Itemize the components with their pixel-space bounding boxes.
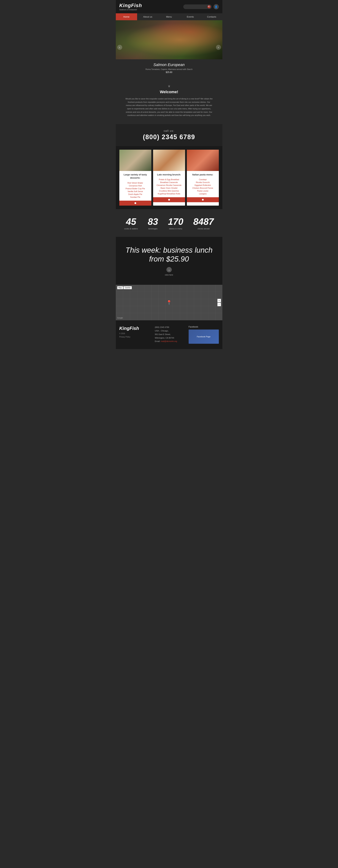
footer-logo-area: KingFish © 2016 Privacy Policy [119, 326, 151, 344]
week-click-button[interactable]: ⌄ [166, 267, 172, 272]
pasta-item-1[interactable]: Cavatapi [199, 179, 207, 181]
stats-section: 45 cooks & waiters 83 beverages 170 dish… [116, 209, 222, 237]
card-desserts: Large variety of tasty desserts: Red Vel… [119, 150, 151, 206]
logo-tagline: Seafood LA restaurant [119, 9, 142, 11]
card-footer-desserts [119, 200, 151, 206]
dessert-item-3[interactable]: Peanut Butter Cup Pie [126, 187, 145, 190]
pasta-item-3[interactable]: Eggplant Rollentini [195, 184, 211, 186]
card-title-brunch: Late morning brunch: [155, 173, 183, 176]
stat-cooks: 45 cooks & waiters [124, 216, 138, 230]
card-footer-brunch [153, 197, 185, 202]
card-content-brunch: Late morning brunch: Potato & Egg Breakf… [153, 171, 185, 197]
map-section: 📍 Map Satelite Google + − [116, 285, 222, 320]
header-right: 🔍 👤 [183, 4, 219, 9]
footer-facebook-label: Facebook: [189, 326, 219, 328]
brunch-item-4[interactable]: Basic Oven Omelet [160, 187, 178, 189]
stat-number-cooks: 45 [124, 216, 138, 227]
nav-contacts[interactable]: Contacts [201, 13, 222, 20]
logo-title: KingFish [119, 3, 142, 8]
dish-description: Roma Tomatoes, Capers, Marinara served w… [119, 68, 219, 70]
call-label: call us: [119, 129, 219, 132]
facebook-image-placeholder: Facebook Page [189, 330, 219, 344]
welcome-text: Would you like to savor the exquisite cu… [125, 97, 214, 117]
footer: KingFish © 2016 Privacy Policy (800) 234… [116, 320, 222, 349]
footer-email: Email: mail@demoink.org [155, 340, 185, 343]
nav-about[interactable]: About us [137, 13, 158, 20]
crown-icon: ♛ [125, 85, 214, 88]
card-image-pasta [187, 150, 219, 171]
search-button[interactable]: 🔍 [208, 5, 211, 8]
card-dot-pasta [202, 199, 204, 200]
footer-copyright: © 2016 [119, 333, 151, 335]
card-list-pasta: Cavatapi Ricotta Gnocchi Eggplant Rollen… [189, 178, 217, 195]
dessert-item-5[interactable]: Dutch Apple Pie [128, 193, 142, 195]
footer-privacy-link[interactable]: Privacy Policy [119, 336, 151, 338]
zoom-in-button[interactable]: + [217, 299, 221, 302]
stat-label-cooks: cooks & waiters [124, 227, 138, 230]
card-list-desserts: Red Velvet Shake Cinnamon Roll Peanut Bu… [121, 181, 150, 198]
welcome-title: Welcome! [125, 90, 214, 94]
stat-clients: 8487 clients served [193, 216, 214, 230]
stat-number-dishes: 170 [168, 216, 183, 227]
user-account-button[interactable]: 👤 [214, 4, 219, 9]
dish-name: Salmon European [119, 62, 219, 67]
card-dot-desserts [134, 202, 136, 204]
pasta-item-4[interactable]: Chicken Broccoli Penne [192, 187, 213, 189]
map-ctrl-map[interactable]: Map [117, 286, 123, 289]
footer-email-link[interactable]: mail@demoink.org [161, 340, 177, 342]
cards-section: Large variety of tasty desserts: Red Vel… [116, 146, 222, 209]
dessert-item-2[interactable]: Cinnamon Roll [129, 185, 142, 187]
stat-label-beverages: beverages [148, 227, 158, 230]
card-image-brunch [153, 150, 185, 171]
footer-address-2: 991 East E Street, [155, 333, 185, 336]
pasta-item-6[interactable]: Lasagna [199, 193, 206, 195]
card-pasta: Italian pasta menu: Cavatapi Ricotta Gno… [187, 150, 219, 206]
search-wrapper: 🔍 [183, 4, 212, 9]
dessert-item-4[interactable]: Vanilla Soft Serve [127, 190, 143, 192]
brunch-item-3[interactable]: Cinnamon Ricotta Casserole [156, 184, 181, 186]
brunch-item-6[interactable]: Kugelhopf Breakfast Rolls [158, 193, 180, 195]
stat-number-clients: 8487 [193, 216, 214, 227]
dessert-item-6[interactable]: Sundae Pie [130, 196, 140, 198]
header: KingFish Seafood LA restaurant 🔍 👤 [116, 0, 222, 13]
dessert-item-1[interactable]: Red Velvet Shake [127, 182, 143, 184]
card-image-desserts [119, 150, 151, 171]
card-content-desserts: Large variety of tasty desserts: Red Vel… [119, 171, 151, 200]
welcome-section: ♛ Welcome! Would you like to savor the e… [116, 78, 222, 124]
pasta-item-2[interactable]: Ricotta Gnocchi [196, 181, 210, 183]
stat-number-beverages: 83 [148, 216, 158, 227]
card-dot-brunch [168, 199, 170, 200]
slider-arrow-right[interactable]: › [216, 45, 221, 50]
card-content-pasta: Italian pasta menu: Cavatapi Ricotta Gno… [187, 171, 219, 197]
brunch-item-5[interactable]: Crustless Mini-Quiches [159, 190, 179, 192]
card-brunch: Late morning brunch: Potato & Egg Breakf… [153, 150, 185, 206]
card-title-pasta: Italian pasta menu: [189, 173, 217, 176]
hero-image [116, 20, 222, 59]
footer-logo: KingFish [119, 326, 151, 331]
google-label: Google [117, 317, 123, 319]
footer-contact: (800) 2345 6789 USA – Chicago, 991 East … [155, 326, 185, 344]
nav-menu[interactable]: Menu [158, 13, 180, 20]
dish-price: $25.60 [119, 71, 219, 73]
brunch-item-2[interactable]: Breakfast Casserole [160, 181, 178, 183]
hero-caption: Salmon European Roma Tomatoes, Capers, M… [116, 59, 222, 78]
call-section: call us: (800) 2345 6789 [116, 124, 222, 146]
week-section: This week: business lunch from $25.90 ⌄ … [116, 237, 222, 285]
footer-address-3: Wilmington, CA 90744 [155, 336, 185, 340]
nav-home[interactable]: Home [116, 13, 137, 20]
stat-label-clients: clients served [193, 227, 214, 230]
stat-label-dishes: dishes in menu [168, 227, 183, 230]
pasta-item-5[interactable]: Pasta Louise [197, 190, 209, 192]
slider-arrow-left[interactable]: ‹ [117, 45, 122, 50]
map-pin-icon: 📍 [166, 300, 172, 305]
stat-beverages: 83 beverages [148, 216, 158, 230]
zoom-out-button[interactable]: − [217, 303, 221, 306]
map-zoom-controls: + − [217, 299, 221, 306]
map-ctrl-satellite[interactable]: Satelite [123, 286, 132, 289]
call-number: (800) 2345 6789 [119, 133, 219, 141]
stat-dishes: 170 dishes in menu [168, 216, 183, 230]
nav-events[interactable]: Events [180, 13, 201, 20]
footer-facebook: Facebook: Facebook Page [189, 326, 219, 344]
click-here-label: click here [121, 274, 217, 276]
brunch-item-1[interactable]: Potato & Egg Breakfast [159, 179, 179, 181]
